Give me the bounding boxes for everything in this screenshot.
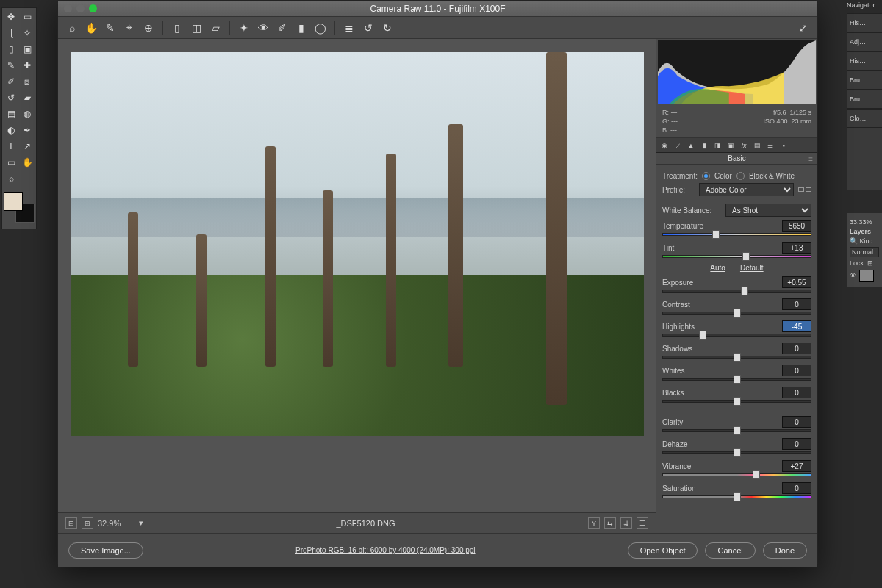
swap-icon[interactable]: ⇆ (604, 517, 616, 529)
fill-icon[interactable]: ⊞ (82, 517, 93, 529)
lens-tab-icon[interactable]: ▣ (725, 140, 736, 151)
color-swatch[interactable] (4, 192, 35, 223)
blacks-track[interactable] (662, 400, 811, 403)
whites-value[interactable] (782, 365, 811, 376)
blacks-value[interactable] (782, 387, 811, 398)
history-brush-icon[interactable]: ↺ (4, 90, 18, 105)
exposure-thumb[interactable] (741, 287, 748, 295)
grad-filter-icon[interactable]: ▮ (295, 21, 308, 35)
calib-tab-icon[interactable]: ▤ (752, 140, 762, 151)
crop-tool-icon[interactable]: ▯ (171, 21, 184, 35)
profile-browser-icon[interactable] (798, 187, 811, 192)
saturation-thumb[interactable] (734, 492, 741, 501)
gradient-tool-icon[interactable]: ▤ (4, 107, 18, 121)
brush-tool-icon[interactable]: ✐ (4, 74, 18, 89)
hand-tool-icon[interactable]: ✋ (20, 155, 35, 170)
fg-swatch[interactable] (4, 192, 23, 211)
brush-settings-tab[interactable]: Bru… (847, 90, 882, 109)
settings-icon[interactable]: ☰ (637, 517, 648, 529)
tint-thumb[interactable] (742, 252, 750, 261)
straighten-tool-icon[interactable]: ◫ (190, 21, 203, 35)
contrast-track[interactable] (662, 312, 811, 315)
dodge-tool-icon[interactable]: ◐ (4, 123, 18, 137)
target-adjust-icon[interactable]: ⊕ (142, 21, 155, 35)
dehaze-track[interactable] (662, 451, 811, 454)
clarity-thumb[interactable] (734, 426, 741, 435)
default-link[interactable]: Default (740, 264, 764, 272)
stamp-tool-icon[interactable]: ⧈ (20, 74, 35, 89)
detail-tab-icon[interactable]: ▲ (686, 140, 696, 151)
wand-tool-icon[interactable]: ✧ (20, 26, 35, 40)
saturation-track[interactable] (662, 495, 811, 498)
fullscreen-icon[interactable]: ⤢ (797, 21, 810, 35)
dehaze-thumb[interactable] (734, 448, 741, 457)
histogram[interactable]: ▲ ▲ (658, 40, 816, 104)
highlights-track[interactable] (662, 334, 811, 337)
exposure-track[interactable] (662, 290, 811, 293)
wb-select[interactable]: As Shot (725, 204, 811, 217)
auto-link[interactable]: Auto (710, 264, 725, 272)
temperature-track[interactable] (662, 233, 811, 236)
pen-tool-icon[interactable]: ✒ (20, 123, 35, 137)
lasso-tool-icon[interactable]: ɭ (4, 26, 18, 40)
contrast-value[interactable] (782, 298, 811, 310)
color-sampler-icon[interactable]: ⌖ (123, 21, 136, 35)
vibrance-track[interactable] (662, 473, 811, 476)
shadows-value[interactable] (782, 343, 811, 354)
wb-tool-icon[interactable]: ✎ (104, 21, 117, 35)
spot-removal-icon[interactable]: ✦ (237, 21, 251, 35)
curve-tab-icon[interactable]: ⟋ (673, 140, 683, 151)
rotate-ccw-icon[interactable]: ↺ (362, 21, 375, 35)
fit-icon[interactable]: ⊟ (65, 517, 77, 529)
tint-value[interactable] (782, 242, 811, 254)
image-preview[interactable] (71, 52, 644, 436)
history-tab[interactable]: His… (847, 13, 882, 32)
done-button[interactable]: Done (763, 542, 807, 559)
saturation-value[interactable] (782, 482, 811, 494)
brushes-tab[interactable]: Bru… (847, 71, 882, 90)
contrast-thumb[interactable] (734, 309, 741, 318)
whites-thumb[interactable] (734, 375, 741, 384)
type-tool-icon[interactable]: T (4, 139, 18, 154)
copy-icon[interactable]: ⇊ (620, 517, 632, 529)
chevron-down-icon[interactable]: ▾ (139, 518, 143, 528)
vibrance-value[interactable] (782, 460, 811, 472)
zoom-tool-icon[interactable]: ⌕ (4, 171, 18, 186)
open-object-button[interactable]: Open Object (628, 542, 698, 559)
fx-tab-icon[interactable]: fx (739, 140, 749, 151)
hsl-tab-icon[interactable]: ▮ (699, 140, 709, 151)
crop-tool-icon[interactable]: ▯ (4, 42, 18, 57)
adjustments-tab[interactable]: Adj… (847, 32, 882, 51)
blur-tool-icon[interactable]: ◍ (20, 107, 35, 121)
radial-filter-icon[interactable]: ◯ (314, 21, 327, 35)
shape-tool-icon[interactable]: ▭ (4, 155, 18, 170)
panel-menu-icon[interactable]: ≡ (808, 155, 813, 163)
rotate-cw-icon[interactable]: ↻ (381, 21, 394, 35)
adj-brush-icon[interactable]: ✐ (276, 21, 289, 35)
highlights-value[interactable] (782, 320, 811, 332)
whites-track[interactable] (662, 378, 811, 381)
marquee-tool-icon[interactable]: ▭ (20, 10, 35, 24)
eraser-tool-icon[interactable]: ▰ (20, 90, 35, 105)
shadows-thumb[interactable] (734, 353, 741, 362)
redeye-icon[interactable]: 👁 (257, 21, 270, 35)
treatment-bw-radio[interactable] (736, 172, 745, 180)
move-tool-icon[interactable]: ✥ (4, 10, 18, 24)
heal-tool-icon[interactable]: ✚ (20, 58, 35, 73)
shadows-track[interactable] (662, 356, 811, 359)
exposure-value[interactable] (782, 276, 811, 288)
cancel-button[interactable]: Cancel (705, 542, 755, 559)
path-tool-icon[interactable]: ↗ (20, 139, 35, 154)
before-after-icon[interactable]: Y (588, 517, 600, 529)
tint-track[interactable] (662, 255, 811, 258)
zoom-level[interactable]: 32.9% (98, 519, 135, 528)
minimize-icon[interactable] (76, 4, 85, 12)
zoom-tool-icon[interactable]: ⌕ (65, 21, 79, 35)
vibrance-thumb[interactable] (753, 470, 760, 479)
frame-tool-icon[interactable]: ▣ (20, 42, 35, 57)
save-image-button[interactable]: Save Image... (68, 542, 143, 559)
transform-tool-icon[interactable]: ▱ (209, 21, 222, 35)
basic-tab-icon[interactable]: ◉ (659, 140, 670, 151)
maximize-icon[interactable] (89, 4, 97, 12)
kind-filter[interactable]: 🔍 Kind (850, 237, 879, 245)
